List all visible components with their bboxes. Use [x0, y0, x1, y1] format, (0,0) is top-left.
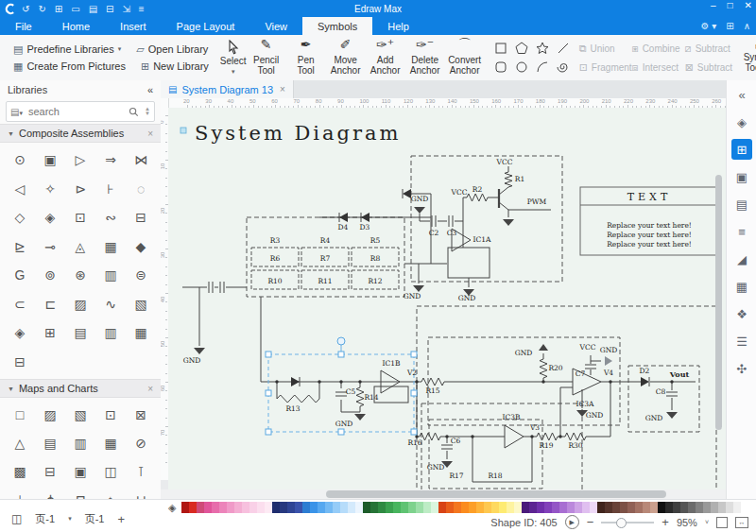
color-swatch[interactable] — [340, 502, 348, 513]
selection-handle[interactable] — [411, 429, 417, 435]
chart-icon[interactable]: ◢ — [731, 249, 752, 269]
add-anchor-button[interactable]: ✑⁺AddAnchor — [366, 35, 405, 80]
menu-item-symbols[interactable]: Symbols — [302, 17, 372, 35]
color-swatch[interactable] — [370, 502, 378, 513]
library-filter-icon[interactable]: ▤▾ — [10, 107, 23, 117]
library-symbol[interactable]: ▷ — [65, 146, 95, 174]
color-swatch[interactable] — [597, 502, 605, 513]
color-swatch[interactable] — [318, 502, 325, 513]
document-tab[interactable]: ▤ System Diagram 13 × — [161, 80, 294, 98]
color-swatch[interactable] — [454, 502, 461, 513]
library-symbol[interactable]: ⊡ — [95, 401, 126, 429]
convert-anchor-button[interactable]: ⌒ConvertAnchor — [445, 35, 485, 80]
color-swatch[interactable] — [711, 502, 718, 513]
collapse-sidebar-icon[interactable]: « — [147, 84, 153, 95]
color-swatch[interactable] — [688, 502, 696, 513]
library-symbol[interactable]: ⊺ — [126, 457, 156, 486]
search-input[interactable] — [26, 105, 125, 118]
predefine-libraries-button[interactable]: ▤Predefine Libraries▾ — [8, 43, 127, 56]
library-symbol[interactable]: ▣ — [65, 457, 95, 486]
color-swatch[interactable] — [431, 502, 438, 513]
library-symbol[interactable]: △ — [5, 429, 35, 457]
library-symbol[interactable]: G — [5, 261, 35, 289]
library-symbol[interactable]: ∿ — [95, 290, 126, 318]
color-swatch[interactable] — [635, 502, 643, 513]
pentagon-shape-button[interactable] — [514, 41, 529, 56]
library-symbol[interactable]: ⊡ — [65, 203, 95, 232]
vertical-scrollbar-thumb[interactable] — [715, 175, 722, 430]
fullscreen-icon[interactable] — [716, 517, 728, 528]
color-swatch[interactable] — [272, 502, 280, 513]
color-swatch[interactable] — [295, 502, 302, 513]
library-symbol[interactable]: ⊟ — [126, 203, 156, 232]
library-symbol[interactable]: ⊘ — [126, 429, 156, 457]
table-icon[interactable]: ▦ — [731, 276, 752, 297]
clipart-icon[interactable]: ❖ — [731, 303, 752, 324]
library-symbol[interactable]: ∾ — [95, 203, 126, 232]
zoom-caret-icon[interactable]: ˅ — [705, 519, 709, 525]
new-library-button[interactable]: ⊞New Library — [135, 60, 215, 73]
library-symbol[interactable]: ⊠ — [126, 401, 156, 429]
library-symbol[interactable]: ⊏ — [35, 290, 65, 318]
library-symbol[interactable]: ▨ — [65, 290, 95, 318]
color-swatch[interactable] — [590, 502, 597, 513]
color-swatch[interactable] — [234, 502, 242, 513]
color-swatch[interactable] — [469, 502, 476, 513]
color-swatch[interactable] — [393, 502, 401, 513]
library-symbol[interactable]: ◌ — [126, 175, 156, 203]
menu-item-insert[interactable]: Insert — [105, 17, 162, 35]
circle-shape-button[interactable] — [514, 60, 529, 75]
color-swatch[interactable] — [620, 502, 627, 513]
layers-icon[interactable]: ▤ — [731, 194, 752, 215]
add-page-button[interactable]: + — [117, 512, 125, 526]
color-swatch[interactable] — [476, 502, 484, 513]
text-box-header[interactable]: TEXT — [627, 191, 672, 203]
library-symbol[interactable]: ◬ — [65, 232, 95, 261]
pencil-tool-button[interactable]: ✎PencilTool — [247, 35, 286, 80]
color-swatch[interactable] — [726, 502, 733, 513]
maximize-button[interactable]: □ — [728, 0, 733, 10]
color-swatch[interactable] — [287, 502, 295, 513]
color-swatch[interactable] — [386, 502, 393, 513]
library-symbol[interactable]: ▨ — [35, 401, 65, 429]
color-swatch[interactable] — [197, 502, 204, 513]
zoom-out-button[interactable]: − — [587, 515, 594, 529]
fit-page-icon[interactable]: ↔ — [735, 517, 748, 528]
color-swatch[interactable] — [310, 502, 318, 513]
menu-right-icon[interactable]: ⚙ ▾ — [701, 21, 717, 31]
color-swatch[interactable] — [204, 502, 212, 513]
image-icon[interactable]: ▣ — [731, 166, 752, 187]
library-symbol[interactable]: ⊸ — [35, 232, 65, 261]
color-swatch[interactable] — [537, 502, 544, 513]
fill-color-icon[interactable]: ◈ — [168, 502, 176, 514]
page-tab[interactable]: 页-1 — [85, 512, 105, 526]
library-symbol[interactable]: ◈ — [5, 318, 35, 347]
color-swatch[interactable] — [673, 502, 680, 513]
library-symbol[interactable]: □ — [5, 401, 35, 429]
library-symbol[interactable]: ⊦ — [95, 175, 126, 203]
color-swatch[interactable] — [227, 502, 234, 513]
rounded-square-shape-button[interactable] — [493, 60, 508, 75]
spiral-shape-button[interactable] — [556, 60, 571, 75]
color-swatch[interactable] — [416, 502, 423, 513]
move-anchor-button[interactable]: ✐MoveAnchor — [326, 35, 366, 80]
arc-shape-button[interactable] — [535, 60, 550, 75]
section-header-composite-assemblies[interactable]: ▼Composite Assemblies× — [0, 124, 161, 143]
zoom-slider-knob[interactable] — [616, 518, 627, 528]
color-swatch[interactable] — [605, 502, 612, 513]
color-swatch[interactable] — [438, 502, 446, 513]
color-swatch[interactable] — [650, 502, 658, 513]
color-swatch[interactable] — [544, 502, 552, 513]
color-swatch[interactable] — [484, 502, 491, 513]
color-swatch[interactable] — [499, 502, 507, 513]
fill-style-icon[interactable]: ◈ — [731, 112, 752, 132]
color-swatch[interactable] — [627, 502, 635, 513]
color-swatch[interactable] — [718, 502, 726, 513]
menu-item-view[interactable]: View — [249, 17, 302, 35]
color-swatch[interactable] — [703, 502, 711, 513]
color-swatch[interactable] — [257, 502, 265, 513]
note-icon[interactable]: ≡ — [731, 221, 752, 242]
library-symbol[interactable]: ⊟ — [35, 457, 65, 486]
library-symbol[interactable]: ▦ — [126, 318, 156, 347]
library-symbol[interactable]: ◫ — [95, 457, 126, 486]
